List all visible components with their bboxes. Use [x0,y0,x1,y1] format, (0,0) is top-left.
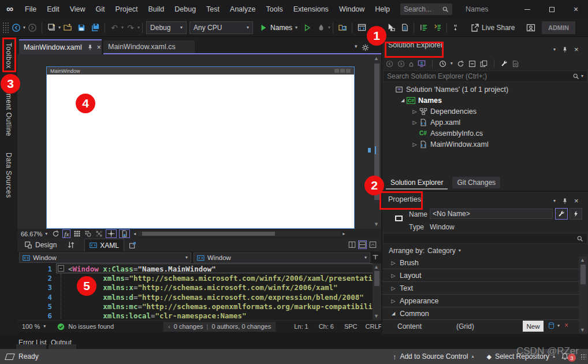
account-icon[interactable] [524,21,538,35]
pin-icon[interactable] [561,46,568,53]
encoding-indicator[interactable]: SPC [344,323,358,330]
tab-mainwindow-xaml-cs[interactable]: MainWindow.xaml.cs [103,40,195,53]
preview-selected-icon[interactable] [512,60,519,68]
panel-menu-icon[interactable]: ▾ [553,199,556,203]
split-editor-icon[interactable] [372,254,379,261]
element-dropdown-left[interactable]: Window ▾ [19,252,191,263]
menu-edit[interactable]: Edit [42,5,65,13]
sync-icon[interactable] [457,60,464,68]
run-target-label[interactable]: Names [270,24,292,32]
show-all-files-icon[interactable] [480,60,487,68]
maximize-button[interactable] [539,0,564,18]
code-line-4[interactable]: 4 xmlns:d="http://schemas.microsoft.com/… [17,292,364,302]
new-project-icon[interactable] [44,21,58,35]
fold-toggle[interactable]: − [58,265,64,272]
pending-changes-filter-icon[interactable] [439,60,446,68]
editor-zoom-dropdown[interactable]: ▾ [43,324,46,329]
find-in-files-icon[interactable] [336,21,349,35]
save-icon[interactable] [75,21,88,35]
menu-debug[interactable]: Debug [169,5,201,13]
expander-icon[interactable]: ◢ [399,98,406,103]
snap-grid-icon[interactable] [84,230,92,237]
issues-label[interactable]: No issues found [68,323,114,330]
xaml-tab[interactable]: XAML [84,239,124,251]
menu-build[interactable]: Build [143,5,169,13]
menu-project[interactable]: Project [110,5,143,13]
properties-icon[interactable] [501,60,508,67]
expander-icon[interactable]: ▷ [390,273,397,278]
minimize-button[interactable] [515,0,539,18]
save-all-icon[interactable] [88,21,102,35]
code-line-5[interactable]: 5 xmlns:mc="http://schemas.openxmlformat… [17,302,381,311]
resource-dropdown[interactable]: ▾ [557,324,560,328]
category-text[interactable]: ▷Text [382,282,579,295]
side-tab-data-sources[interactable]: Data Sources [0,150,17,210]
pane-splitter-grip[interactable] [368,146,376,154]
editor-scrollbar[interactable]: ▲ ▼ [373,263,381,320]
menu-git[interactable]: Git [91,5,110,13]
admin-button[interactable]: ADMIN [542,21,575,34]
line-indicator[interactable]: Ln: 1 [294,323,308,330]
horizontal-split-icon[interactable] [358,240,367,249]
zoom-level[interactable]: 66.67% [21,231,42,237]
properties-mode-button[interactable] [555,208,568,220]
swap-panes-icon[interactable] [67,241,75,249]
column-indicator[interactable]: Ch: 6 [319,323,334,330]
run-target-dropdown[interactable]: ▾ [295,25,297,30]
expander-icon[interactable]: ▷ [411,142,418,147]
gear-icon[interactable] [362,44,369,51]
background-tasks-icon[interactable] [5,354,15,360]
expander-icon[interactable]: ◢ [390,311,397,316]
expander-icon[interactable]: ▷ [390,260,397,266]
switch-views-icon[interactable] [418,60,426,68]
vertical-split-icon[interactable] [348,240,356,249]
live-share-icon[interactable] [468,21,482,35]
events-mode-button[interactable] [570,208,582,220]
home-icon[interactable]: ⌂ [409,60,414,68]
design-view-icon[interactable] [24,241,32,249]
toolbar-grip[interactable] [2,22,9,34]
code-line-1[interactable]: 1<Window x:Class="Names.MainWindow" [17,264,216,273]
menu-analyze[interactable]: Analyze [225,5,260,13]
expander-icon[interactable]: ▷ [411,120,418,125]
code-line-6[interactable]: 6 xmlns:local="clr-namespace:Names" [17,311,247,321]
panel-tab-git-changes[interactable]: Git Changes [452,177,500,188]
pin-icon[interactable] [87,44,94,51]
code-changes-summary[interactable]: ‹ 0 changes | 0 authors, 0 changes [163,322,276,332]
live-share-label[interactable]: Live Share [482,24,515,32]
sort-list-icon[interactable] [416,21,430,35]
panel-close-icon[interactable]: × [574,196,579,205]
menu-view[interactable]: View [65,5,91,13]
line-ending-indicator[interactable]: CRLF [366,323,382,330]
popout-icon[interactable] [129,242,136,249]
name-input[interactable]: <No Name> [430,209,553,219]
search-box[interactable]: Search... [400,3,452,15]
collapse-pane-icon[interactable] [369,240,377,249]
snaplines-toggle[interactable] [106,229,117,238]
tree-item-dependencies[interactable]: ▷Dependencies [382,106,588,117]
tab-list-dropdown-icon[interactable]: ▾ [355,44,358,51]
feedback-icon[interactable] [449,21,463,35]
filter-dropdown[interactable]: ▾ [451,61,453,66]
category-appearance[interactable]: ▷Appearance [382,295,579,307]
platform-dropdown[interactable]: Any CPU▾ [189,21,253,34]
undo-icon[interactable]: ↶ [107,21,121,35]
start-debug-icon[interactable] [256,21,270,35]
panel-tab-solution-explorer[interactable]: Solution Explorer [386,177,448,190]
hscroll-right[interactable]: ▸ [343,232,345,236]
quick-launch-icon[interactable] [355,21,369,35]
forward-icon[interactable] [397,60,405,68]
tree-item-solution-names-1-of-1-project[interactable]: Solution 'Names' (1 of 1 project) [382,84,588,95]
tree-item-names[interactable]: ◢C#Names [382,95,588,106]
category-common[interactable]: ◢Common [382,307,579,320]
expander-icon[interactable]: ▷ [390,298,397,304]
editor-zoom[interactable]: 100 % [22,323,40,330]
refresh-icon[interactable] [52,230,59,237]
resource-icon[interactable] [548,322,555,329]
tab-close-icon[interactable]: × [97,43,101,51]
tab-mainwindow-xaml[interactable]: MainWindow.xaml × [19,40,102,54]
menu-file[interactable]: File [20,5,42,13]
artboard-bg-icon[interactable] [95,230,103,237]
menu-help[interactable]: Help [370,5,395,13]
hot-reload-dropdown[interactable]: ▾ [328,25,330,30]
